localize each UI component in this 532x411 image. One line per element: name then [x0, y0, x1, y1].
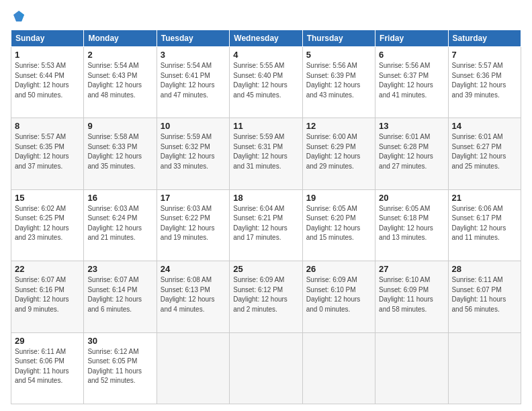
day-cell-13: 13Sunrise: 6:01 AM Sunset: 6:28 PM Dayli…: [375, 118, 448, 189]
day-info: Sunrise: 6:06 AM Sunset: 6:17 PM Dayligh…: [452, 204, 517, 243]
empty-cell: [448, 332, 521, 404]
day-number: 29: [15, 336, 80, 346]
calendar-week-1: 1Sunrise: 5:53 AM Sunset: 6:44 PM Daylig…: [11, 47, 521, 118]
day-number: 2: [87, 50, 152, 60]
day-cell-16: 16Sunrise: 6:03 AM Sunset: 6:24 PM Dayli…: [84, 189, 157, 261]
col-header-friday: Friday: [375, 30, 448, 47]
empty-cell: [230, 332, 302, 404]
page: SundayMondayTuesdayWednesdayThursdayFrid…: [0, 0, 532, 411]
day-cell-5: 5Sunrise: 5:56 AM Sunset: 6:39 PM Daylig…: [302, 47, 375, 118]
day-cell-20: 20Sunrise: 6:05 AM Sunset: 6:18 PM Dayli…: [375, 189, 448, 261]
day-number: 22: [15, 264, 80, 274]
empty-cell: [375, 332, 448, 404]
logo: [11, 11, 26, 23]
day-info: Sunrise: 6:03 AM Sunset: 6:22 PM Dayligh…: [161, 204, 226, 243]
day-number: 15: [15, 193, 80, 203]
day-cell-19: 19Sunrise: 6:05 AM Sunset: 6:20 PM Dayli…: [302, 189, 375, 261]
day-info: Sunrise: 6:05 AM Sunset: 6:20 PM Dayligh…: [306, 204, 371, 243]
day-cell-3: 3Sunrise: 5:54 AM Sunset: 6:41 PM Daylig…: [157, 47, 229, 118]
day-cell-2: 2Sunrise: 5:54 AM Sunset: 6:43 PM Daylig…: [84, 47, 157, 118]
day-number: 3: [161, 50, 226, 60]
day-info: Sunrise: 5:57 AM Sunset: 6:35 PM Dayligh…: [15, 132, 80, 171]
header: [11, 11, 521, 23]
col-header-sunday: Sunday: [11, 30, 84, 47]
day-cell-15: 15Sunrise: 6:02 AM Sunset: 6:25 PM Dayli…: [11, 189, 84, 261]
col-header-saturday: Saturday: [448, 30, 521, 47]
day-number: 9: [87, 121, 152, 131]
day-number: 20: [379, 193, 444, 203]
day-number: 8: [15, 121, 80, 131]
day-info: Sunrise: 6:07 AM Sunset: 6:14 PM Dayligh…: [87, 275, 152, 314]
day-cell-26: 26Sunrise: 6:09 AM Sunset: 6:10 PM Dayli…: [302, 261, 375, 332]
day-cell-22: 22Sunrise: 6:07 AM Sunset: 6:16 PM Dayli…: [11, 261, 84, 332]
empty-cell: [157, 332, 229, 404]
day-info: Sunrise: 6:07 AM Sunset: 6:16 PM Dayligh…: [15, 275, 80, 314]
day-info: Sunrise: 5:59 AM Sunset: 6:31 PM Dayligh…: [233, 132, 298, 171]
day-number: 26: [306, 264, 371, 274]
day-info: Sunrise: 5:55 AM Sunset: 6:40 PM Dayligh…: [233, 61, 298, 100]
day-info: Sunrise: 6:04 AM Sunset: 6:21 PM Dayligh…: [233, 204, 298, 243]
calendar-week-5: 29Sunrise: 6:11 AM Sunset: 6:06 PM Dayli…: [11, 332, 521, 404]
calendar-week-4: 22Sunrise: 6:07 AM Sunset: 6:16 PM Dayli…: [11, 261, 521, 332]
day-cell-4: 4Sunrise: 5:55 AM Sunset: 6:40 PM Daylig…: [230, 47, 302, 118]
day-number: 7: [452, 50, 517, 60]
day-cell-14: 14Sunrise: 6:01 AM Sunset: 6:27 PM Dayli…: [448, 118, 521, 189]
day-info: Sunrise: 6:02 AM Sunset: 6:25 PM Dayligh…: [15, 204, 80, 243]
day-number: 19: [306, 193, 371, 203]
day-info: Sunrise: 5:54 AM Sunset: 6:43 PM Dayligh…: [87, 61, 152, 100]
day-number: 16: [87, 193, 152, 203]
day-cell-29: 29Sunrise: 6:11 AM Sunset: 6:06 PM Dayli…: [11, 332, 84, 404]
day-info: Sunrise: 6:08 AM Sunset: 6:13 PM Dayligh…: [161, 275, 226, 314]
day-info: Sunrise: 6:11 AM Sunset: 6:06 PM Dayligh…: [15, 347, 80, 386]
day-info: Sunrise: 6:12 AM Sunset: 6:05 PM Dayligh…: [87, 347, 152, 386]
calendar-week-3: 15Sunrise: 6:02 AM Sunset: 6:25 PM Dayli…: [11, 189, 521, 261]
day-info: Sunrise: 6:10 AM Sunset: 6:09 PM Dayligh…: [379, 275, 444, 314]
day-number: 12: [306, 121, 371, 131]
day-cell-9: 9Sunrise: 5:58 AM Sunset: 6:33 PM Daylig…: [84, 118, 157, 189]
day-info: Sunrise: 6:00 AM Sunset: 6:29 PM Dayligh…: [306, 132, 371, 171]
day-cell-25: 25Sunrise: 6:09 AM Sunset: 6:12 PM Dayli…: [230, 261, 302, 332]
col-header-monday: Monday: [84, 30, 157, 47]
calendar: SundayMondayTuesdayWednesdayThursdayFrid…: [11, 30, 521, 404]
day-cell-27: 27Sunrise: 6:10 AM Sunset: 6:09 PM Dayli…: [375, 261, 448, 332]
col-header-thursday: Thursday: [302, 30, 375, 47]
day-number: 21: [452, 193, 517, 203]
day-cell-23: 23Sunrise: 6:07 AM Sunset: 6:14 PM Dayli…: [84, 261, 157, 332]
day-number: 4: [233, 50, 298, 60]
day-info: Sunrise: 5:56 AM Sunset: 6:39 PM Dayligh…: [306, 61, 371, 100]
day-info: Sunrise: 6:01 AM Sunset: 6:28 PM Dayligh…: [379, 132, 444, 171]
day-info: Sunrise: 5:58 AM Sunset: 6:33 PM Dayligh…: [87, 132, 152, 171]
day-cell-10: 10Sunrise: 5:59 AM Sunset: 6:32 PM Dayli…: [157, 118, 229, 189]
day-cell-8: 8Sunrise: 5:57 AM Sunset: 6:35 PM Daylig…: [11, 118, 84, 189]
day-info: Sunrise: 5:56 AM Sunset: 6:37 PM Dayligh…: [379, 61, 444, 100]
day-info: Sunrise: 5:59 AM Sunset: 6:32 PM Dayligh…: [161, 132, 226, 171]
day-number: 25: [233, 264, 298, 274]
day-info: Sunrise: 5:54 AM Sunset: 6:41 PM Dayligh…: [161, 61, 226, 100]
day-number: 18: [233, 193, 298, 203]
day-cell-30: 30Sunrise: 6:12 AM Sunset: 6:05 PM Dayli…: [84, 332, 157, 404]
day-number: 23: [87, 264, 152, 274]
day-cell-11: 11Sunrise: 5:59 AM Sunset: 6:31 PM Dayli…: [230, 118, 302, 189]
day-number: 1: [15, 50, 80, 60]
day-number: 17: [161, 193, 226, 203]
day-number: 30: [87, 336, 152, 346]
day-number: 5: [306, 50, 371, 60]
calendar-header-row: SundayMondayTuesdayWednesdayThursdayFrid…: [11, 30, 521, 47]
day-cell-1: 1Sunrise: 5:53 AM Sunset: 6:44 PM Daylig…: [11, 47, 84, 118]
day-number: 28: [452, 264, 517, 274]
day-number: 24: [161, 264, 226, 274]
day-number: 11: [233, 121, 298, 131]
day-info: Sunrise: 6:05 AM Sunset: 6:18 PM Dayligh…: [379, 204, 444, 243]
day-number: 13: [379, 121, 444, 131]
day-cell-18: 18Sunrise: 6:04 AM Sunset: 6:21 PM Dayli…: [230, 189, 302, 261]
day-cell-6: 6Sunrise: 5:56 AM Sunset: 6:37 PM Daylig…: [375, 47, 448, 118]
day-cell-12: 12Sunrise: 6:00 AM Sunset: 6:29 PM Dayli…: [302, 118, 375, 189]
col-header-tuesday: Tuesday: [157, 30, 229, 47]
empty-cell: [302, 332, 375, 404]
day-info: Sunrise: 6:01 AM Sunset: 6:27 PM Dayligh…: [452, 132, 517, 171]
day-info: Sunrise: 6:11 AM Sunset: 6:07 PM Dayligh…: [452, 275, 517, 314]
day-number: 27: [379, 264, 444, 274]
day-cell-24: 24Sunrise: 6:08 AM Sunset: 6:13 PM Dayli…: [157, 261, 229, 332]
day-cell-28: 28Sunrise: 6:11 AM Sunset: 6:07 PM Dayli…: [448, 261, 521, 332]
calendar-week-2: 8Sunrise: 5:57 AM Sunset: 6:35 PM Daylig…: [11, 118, 521, 189]
